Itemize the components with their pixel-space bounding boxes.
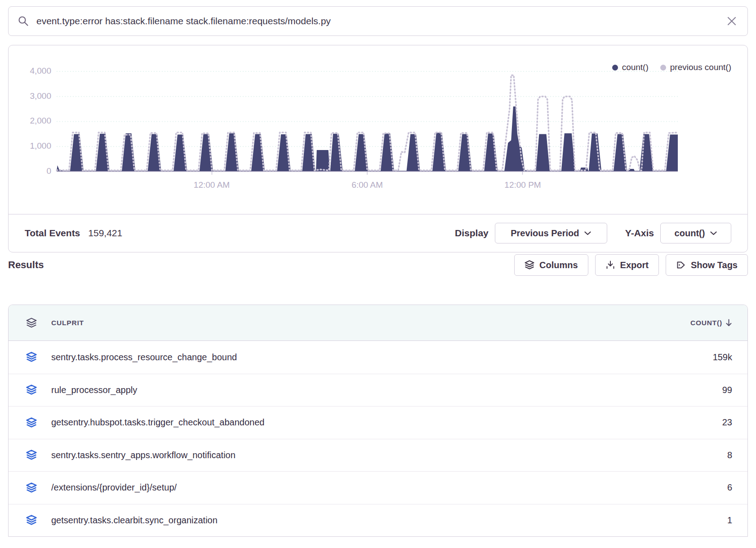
results-header-row: Results Columns Export Show Tags bbox=[8, 254, 748, 276]
culprit-cell[interactable]: rule_processor_apply bbox=[51, 385, 137, 395]
chart-plot[interactable] bbox=[57, 68, 678, 178]
total-events-value: 159,421 bbox=[88, 228, 122, 239]
stack-layers-icon bbox=[26, 384, 37, 395]
culprit-cell[interactable]: sentry.tasks.sentry_apps.workflow_notifi… bbox=[51, 450, 236, 460]
culprit-cell[interactable]: sentry.tasks.process_resource_change_bou… bbox=[51, 352, 237, 362]
columns-button[interactable]: Columns bbox=[514, 254, 588, 276]
x-axis-tick: 6:00 AM bbox=[336, 180, 399, 190]
count-cell: 23 bbox=[722, 417, 747, 428]
y-axis-tick: 0 bbox=[9, 166, 51, 176]
count-cell: 1 bbox=[727, 515, 747, 526]
show-tags-button-label: Show Tags bbox=[691, 260, 738, 270]
table-row[interactable]: getsentry.hubspot.tasks.trigger_checkout… bbox=[9, 406, 747, 439]
chart-footer: Total Events 159,421 Display Previous Pe… bbox=[25, 214, 731, 252]
search-bar[interactable]: event.type:error has:stack.filename stac… bbox=[8, 6, 748, 36]
y-axis-label: Y-Axis bbox=[625, 228, 654, 239]
table-row[interactable]: sentry.tasks.process_resource_change_bou… bbox=[9, 341, 747, 374]
y-axis-tick: 1,000 bbox=[9, 141, 51, 151]
total-events-label: Total Events bbox=[25, 228, 80, 239]
export-button-label: Export bbox=[620, 260, 649, 270]
results-table: CULPRIT COUNT() sentry.tasks.process_res… bbox=[8, 305, 748, 537]
y-axis-tick: 4,000 bbox=[9, 66, 51, 76]
count-cell: 159k bbox=[713, 352, 747, 362]
search-input[interactable]: event.type:error has:stack.filename stac… bbox=[36, 16, 727, 27]
sort-desc-arrow-icon bbox=[725, 319, 732, 327]
count-cell: 6 bbox=[727, 482, 747, 493]
display-dropdown-value: Previous Period bbox=[511, 228, 579, 239]
y-axis-tick: 2,000 bbox=[9, 116, 51, 126]
chevron-down-icon bbox=[710, 231, 717, 235]
culprit-column-label: CULPRIT bbox=[51, 319, 84, 327]
stack-layers-icon bbox=[26, 515, 37, 526]
stack-layers-icon bbox=[26, 482, 37, 493]
culprit-cell[interactable]: getsentry.tasks.clearbit.sync_organizati… bbox=[51, 515, 218, 526]
table-row[interactable]: /extensions/{provider_id}/setup/ 6 bbox=[9, 471, 747, 504]
layers-icon bbox=[26, 318, 37, 328]
events-chart-card: count() previous count() 4,000 3,000 2,0… bbox=[8, 45, 748, 252]
stack-layers-icon bbox=[26, 352, 37, 362]
culprit-cell[interactable]: getsentry.hubspot.tasks.trigger_checkout… bbox=[51, 417, 264, 428]
clear-search-icon[interactable] bbox=[727, 16, 737, 26]
export-button[interactable]: Export bbox=[595, 254, 659, 276]
y-axis-dropdown-value: count() bbox=[675, 228, 705, 239]
count-cell: 8 bbox=[727, 450, 747, 460]
culprit-cell[interactable]: /extensions/{provider_id}/setup/ bbox=[51, 482, 177, 493]
results-table-body: sentry.tasks.process_resource_change_bou… bbox=[9, 341, 747, 536]
table-row[interactable]: getsentry.tasks.clearbit.sync_organizati… bbox=[9, 504, 747, 537]
stack-layers-icon bbox=[26, 417, 37, 428]
table-row[interactable]: rule_processor_apply 99 bbox=[9, 374, 747, 407]
legend-label: previous count() bbox=[670, 62, 731, 72]
culprit-column-header[interactable]: CULPRIT bbox=[9, 318, 84, 328]
display-dropdown[interactable]: Previous Period bbox=[495, 223, 607, 243]
layers-icon bbox=[525, 260, 534, 270]
search-icon bbox=[18, 15, 29, 27]
table-row[interactable]: sentry.tasks.sentry_apps.workflow_notifi… bbox=[9, 439, 747, 472]
count-column-header[interactable]: COUNT() bbox=[690, 319, 747, 327]
results-table-header: CULPRIT COUNT() bbox=[9, 305, 747, 341]
results-heading: Results bbox=[8, 259, 44, 271]
stack-layers-icon bbox=[26, 450, 37, 460]
count-cell: 99 bbox=[722, 385, 747, 395]
y-axis-tick: 3,000 bbox=[9, 91, 51, 101]
columns-button-label: Columns bbox=[539, 260, 578, 270]
tag-icon bbox=[676, 260, 686, 270]
download-icon bbox=[605, 260, 615, 270]
display-label: Display bbox=[455, 228, 489, 239]
count-column-label: COUNT() bbox=[690, 319, 722, 327]
chevron-down-icon bbox=[584, 231, 591, 235]
y-axis-dropdown[interactable]: count() bbox=[660, 223, 731, 243]
show-tags-button[interactable]: Show Tags bbox=[666, 254, 748, 276]
x-axis-tick: 12:00 PM bbox=[491, 180, 554, 190]
x-axis-tick: 12:00 AM bbox=[180, 180, 243, 190]
